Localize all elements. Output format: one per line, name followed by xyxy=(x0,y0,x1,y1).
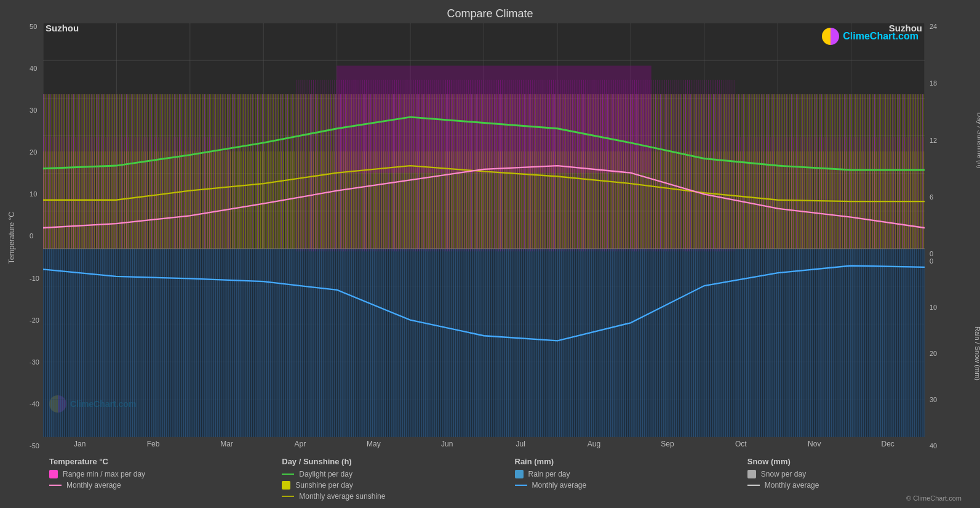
legend-temp-avg-line xyxy=(49,485,62,486)
legend-rain: Rain (mm) Rain per day Monthly average xyxy=(515,457,735,503)
legend-temperature: Temperature °C Range min / max per day M… xyxy=(49,457,269,503)
x-month-jul: Jul xyxy=(484,440,557,448)
svg-rect-28 xyxy=(43,249,925,437)
x-month-may: May xyxy=(337,440,410,448)
legend-temp-range-swatch xyxy=(49,470,58,478)
chart-title: Compare Climate xyxy=(0,0,980,23)
legend-daylight-label: Daylight per day xyxy=(299,470,353,478)
y-axis-right-bottom-label: Rain / Snow (mm) xyxy=(974,326,980,381)
legend-rain-bar: Rain per day xyxy=(515,470,735,478)
y-axis-left: Temperature °C 50 40 30 20 10 0 -10 -20 … xyxy=(6,23,43,450)
x-month-nov: Nov xyxy=(778,440,851,448)
x-month-apr: Apr xyxy=(263,440,337,448)
y-axis-right-top: 24 18 12 6 0 Day / Sunshine (h) xyxy=(925,23,974,257)
legend-snow-avg: Monthly average xyxy=(747,481,968,490)
x-month-mar: Mar xyxy=(190,440,263,448)
legend-area: Temperature °C Range min / max per day M… xyxy=(0,450,980,508)
legend-snow-bar-label: Snow per day xyxy=(761,470,806,478)
legend-sunshine-avg-line xyxy=(282,496,294,497)
legend-snow-avg-line xyxy=(747,485,760,486)
copyright: © ClimeChart.com xyxy=(906,494,962,502)
svg-rect-37 xyxy=(43,137,232,249)
legend-temp-title: Temperature °C xyxy=(49,457,269,466)
legend-sunshine-title: Day / Sunshine (h) xyxy=(282,457,502,466)
chart-svg xyxy=(43,23,925,437)
legend-temp-range-label: Range min / max per day xyxy=(63,470,145,478)
x-month-aug: Aug xyxy=(557,440,631,448)
legend-rain-avg-line xyxy=(515,485,527,486)
legend-rain-swatch xyxy=(515,470,524,478)
legend-sunshine: Day / Sunshine (h) Daylight per day Suns… xyxy=(282,457,502,503)
legend-temp-avg-label: Monthly average xyxy=(66,481,121,490)
legend-rain-title: Rain (mm) xyxy=(515,457,735,466)
legend-snow-swatch xyxy=(747,470,756,478)
svg-rect-38 xyxy=(736,137,925,249)
legend-temp-range: Range min / max per day xyxy=(49,470,269,478)
x-month-jan: Jan xyxy=(43,440,116,448)
x-axis: Jan Feb Mar Apr May Jun Jul Aug Sep Oct … xyxy=(43,437,925,450)
chart-wrapper: Temperature °C 50 40 30 20 10 0 -10 -20 … xyxy=(0,23,980,450)
legend-sunshine-avg-label: Monthly average sunshine xyxy=(299,492,385,501)
y-axis-right-top-label: Day / Sunshine (h) xyxy=(976,112,980,168)
legend-snow: Snow (mm) Snow per day Monthly average ©… xyxy=(747,457,968,503)
x-month-sep: Sep xyxy=(631,440,704,448)
svg-rect-36 xyxy=(295,80,736,251)
y-axis-right-bottom: 0 10 20 30 40 Rain / Snow (mm) xyxy=(925,257,974,450)
legend-snow-avg-label: Monthly average xyxy=(765,481,819,490)
legend-sunshine-bar: Sunshine per day xyxy=(282,481,502,490)
y-axis-left-label: Temperature °C xyxy=(7,212,16,264)
x-month-jun: Jun xyxy=(410,440,484,448)
legend-rain-bar-label: Rain per day xyxy=(528,470,570,478)
x-month-feb: Feb xyxy=(116,440,189,448)
legend-temp-avg: Monthly average xyxy=(49,481,269,490)
chart-main: Suzhou Suzhou ClimeChart.com ClimeChart.… xyxy=(43,23,925,450)
page-container: Compare Climate Temperature °C 50 40 30 … xyxy=(0,0,980,508)
legend-sunshine-bar-label: Sunshine per day xyxy=(295,481,353,490)
legend-snow-title: Snow (mm) xyxy=(747,457,968,466)
chart-area: Suzhou Suzhou ClimeChart.com ClimeChart.… xyxy=(43,23,925,437)
legend-rain-avg: Monthly average xyxy=(515,481,735,490)
legend-daylight-line xyxy=(282,474,294,475)
y-axis-right: 24 18 12 6 0 Day / Sunshine (h) 0 10 20 … xyxy=(925,23,974,450)
legend-daylight: Daylight per day xyxy=(282,470,502,478)
legend-sunshine-swatch xyxy=(282,481,290,490)
legend-rain-avg-label: Monthly average xyxy=(532,481,587,490)
x-month-dec: Dec xyxy=(851,440,924,448)
x-month-oct: Oct xyxy=(704,440,778,448)
legend-sunshine-avg: Monthly average sunshine xyxy=(282,492,502,501)
legend-snow-bar: Snow per day xyxy=(747,470,968,478)
